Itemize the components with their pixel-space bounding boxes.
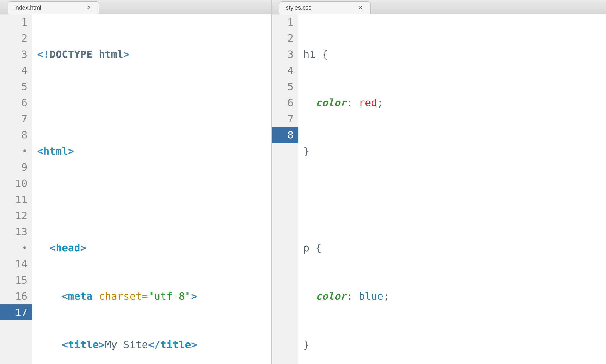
- line-number: 3: [4, 46, 27, 62]
- gutter-right: 12345678: [272, 14, 298, 364]
- line-number: 7: [4, 111, 27, 127]
- line-number: 4: [275, 62, 294, 78]
- close-icon[interactable]: ×: [358, 4, 363, 11]
- tab-bar-right: styles.css ×: [272, 0, 606, 14]
- tab-styles-css[interactable]: styles.css ×: [279, 1, 371, 14]
- line-number: 1: [4, 14, 27, 30]
- line-number: 2: [4, 30, 27, 46]
- line-number: 6: [4, 95, 27, 111]
- line-number: 1: [275, 14, 294, 30]
- line-number: 8: [4, 127, 27, 143]
- line-number: 15: [4, 272, 27, 288]
- tab-index-html[interactable]: index.html ×: [8, 1, 99, 14]
- code-right[interactable]: h1 { color: red; } p { color: blue; }: [298, 14, 606, 364]
- tab-label: index.html: [14, 4, 65, 11]
- line-number: 5: [4, 78, 27, 95]
- code-left[interactable]: <!DOCTYPE html> <html> <head> <meta char…: [32, 14, 271, 364]
- editor-pane-left: index.html × 12345678•910111213•14151617…: [0, 0, 271, 364]
- line-number: 12: [4, 208, 27, 224]
- editor-pane-right: styles.css × 12345678 h1 { color: red; }…: [271, 0, 606, 364]
- close-icon[interactable]: ×: [87, 4, 91, 11]
- gutter-left: 12345678•910111213•14151617: [0, 14, 32, 364]
- line-number: 10: [4, 175, 27, 191]
- editor-right[interactable]: 12345678 h1 { color: red; } p { color: b…: [272, 14, 606, 364]
- line-number: 4: [4, 62, 27, 78]
- line-number: •: [4, 240, 27, 256]
- line-number: 3: [275, 46, 294, 62]
- line-number: 6: [275, 95, 294, 111]
- line-number: 2: [275, 30, 294, 46]
- line-number: 17: [0, 304, 32, 320]
- tab-label: styles.css: [286, 4, 337, 11]
- line-number: 13: [4, 224, 27, 240]
- editor-left[interactable]: 12345678•910111213•14151617 <!DOCTYPE ht…: [0, 14, 271, 364]
- line-number: 8: [272, 127, 298, 143]
- line-number: 14: [4, 256, 27, 272]
- line-number: •: [4, 143, 27, 159]
- tab-bar-left: index.html ×: [0, 0, 271, 14]
- line-number: 16: [4, 288, 27, 304]
- line-number: 9: [4, 159, 27, 175]
- line-number: 11: [4, 191, 27, 208]
- line-number: 7: [275, 111, 294, 127]
- line-number: 5: [275, 78, 294, 95]
